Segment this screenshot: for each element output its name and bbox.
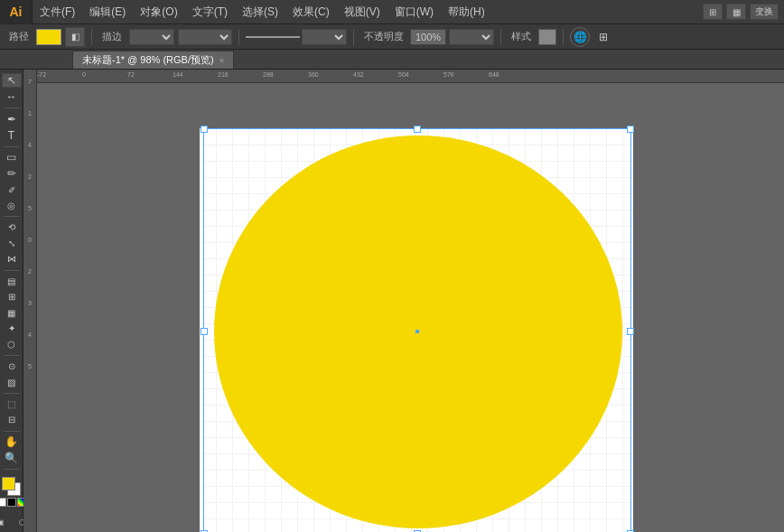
fill-icon[interactable]: ◧ <box>65 27 85 47</box>
menu-edit[interactable]: 编辑(E) <box>82 0 133 23</box>
symbol-sprayer-tool[interactable]: ⊙ <box>2 359 22 374</box>
opacity-input[interactable] <box>410 29 446 45</box>
options-toolbar: 路径 ◧ 描边 不透明度 样式 🌐 ⊞ <box>0 24 784 50</box>
sep2 <box>238 29 239 45</box>
paintbrush-tool[interactable]: ✏ <box>2 166 22 181</box>
rotate-tool[interactable]: ⟲ <box>2 220 22 235</box>
hruler-inner: -72 0 72 144 216 288 360 432 504 576 648 <box>37 70 784 82</box>
artboard-tool[interactable]: ⬚ <box>2 397 22 412</box>
handle-top-right[interactable] <box>627 126 634 133</box>
menu-object[interactable]: 对象(O) <box>133 0 184 23</box>
left-toolbar: ↖ ↔ ✒ T ▭ ✏ ✐ ◎ ⟲ ⤡ ⋈ ▤ ⊞ ▦ ✦ ⬡ ⊙ ▨ ⬚ ⊟ … <box>0 70 23 532</box>
stroke-dropdown[interactable] <box>129 29 174 45</box>
pen-tool[interactable]: ✒ <box>2 112 22 126</box>
canvas-area[interactable] <box>37 83 784 532</box>
options-btn[interactable]: ⊞ <box>593 27 613 47</box>
workspace-btn[interactable]: ⊞ <box>703 4 723 20</box>
web-icon[interactable]: 🌐 <box>570 27 590 47</box>
tool-sep-6 <box>4 393 20 394</box>
hruler-tick-2: 72 <box>127 71 135 78</box>
tab-title: 未标题-1* @ 98% (RGB/预览) <box>82 53 214 67</box>
hruler-tick-1: 0 <box>82 71 86 78</box>
vruler-tick-0: 7 <box>23 79 36 85</box>
artboard[interactable] <box>200 128 633 532</box>
tool-sep-3 <box>4 216 20 217</box>
stroke-width-dropdown[interactable] <box>178 29 232 45</box>
path-label: 路径 <box>5 30 33 43</box>
hruler-tick-4: 216 <box>218 71 229 78</box>
style-label: 样式 <box>508 30 535 43</box>
vruler-tick-7: 3 <box>23 300 36 306</box>
opacity-mode-dropdown[interactable] <box>449 29 494 45</box>
hruler-tick-9: 576 <box>443 71 454 78</box>
vruler-tick-6: 2 <box>23 268 36 275</box>
fill-swatch[interactable] <box>36 29 61 45</box>
handle-middle-right[interactable] <box>627 328 634 335</box>
hruler-tick-5: 288 <box>263 71 274 78</box>
mesh-tool[interactable]: ⊞ <box>2 290 22 304</box>
small-swatch-row <box>0 498 26 507</box>
color-swatch-area <box>2 477 22 494</box>
text-tool[interactable]: T <box>2 128 22 143</box>
stroke-style-area <box>246 29 347 45</box>
menu-help[interactable]: 帮助(H) <box>441 0 492 23</box>
foreground-color-swatch[interactable] <box>2 477 15 490</box>
hruler-tick-8: 504 <box>398 71 409 78</box>
vruler-tick-9: 5 <box>23 363 36 369</box>
black-swatch[interactable] <box>7 498 16 507</box>
gradient-tool[interactable]: ▦ <box>2 306 22 321</box>
blend-tool[interactable]: ⬡ <box>2 338 22 352</box>
handle-middle-left[interactable] <box>201 328 208 335</box>
arrange-btn[interactable]: ▦ <box>726 4 746 20</box>
left-panel: 7 1 4 2 5 0 2 3 4 5 <box>23 70 37 532</box>
active-tab[interactable]: 未标题-1* @ 98% (RGB/预览) × <box>72 51 234 69</box>
graph-tool[interactable]: ▤ <box>2 274 22 288</box>
warp-tool[interactable]: ⋈ <box>2 252 22 266</box>
rectangle-tool[interactable]: ▭ <box>2 150 22 164</box>
hand-tool[interactable]: ✋ <box>2 434 22 449</box>
zoom-tool[interactable]: 🔍 <box>2 451 22 465</box>
vruler-tick-5: 0 <box>23 237 36 243</box>
handle-top-left[interactable] <box>201 126 208 133</box>
none-swatch[interactable] <box>0 498 6 507</box>
menu-file[interactable]: 文件(F) <box>33 0 82 23</box>
menubar: Ai 文件(F) 编辑(E) 对象(O) 文字(T) 选择(S) 效果(C) 视… <box>0 0 784 24</box>
view-mode-btn[interactable]: ▣ <box>0 512 11 532</box>
tab-close-btn[interactable]: × <box>219 56 224 65</box>
sep5 <box>563 29 564 45</box>
tabbar: 未标题-1* @ 98% (RGB/预览) × <box>0 50 784 70</box>
hruler-tick-0: -72 <box>37 71 46 78</box>
tool-sep-8 <box>4 469 20 470</box>
tool-sep-1 <box>4 107 20 108</box>
menu-text[interactable]: 文字(T) <box>185 0 235 23</box>
eraser-tool[interactable]: ◎ <box>2 199 22 213</box>
pencil-tool[interactable]: ✐ <box>2 182 22 197</box>
slice-tool[interactable]: ⊟ <box>2 413 22 427</box>
hruler-tick-7: 432 <box>353 71 364 78</box>
hruler-tick-3: 144 <box>173 71 183 78</box>
vruler-tick-3: 2 <box>23 173 36 180</box>
vruler-tick-4: 5 <box>23 205 36 211</box>
scale-tool[interactable]: ⤡ <box>2 237 22 251</box>
tool-sep-2 <box>4 146 20 147</box>
menu-window[interactable]: 窗口(W) <box>387 0 441 23</box>
transform-menu-btn[interactable]: 变换 <box>750 4 779 20</box>
ai-logo-text: Ai <box>10 5 23 19</box>
hruler-tick-10: 648 <box>489 71 499 78</box>
handle-top-center[interactable] <box>414 126 421 133</box>
selection-tool[interactable]: ↖ <box>2 73 22 88</box>
sep1 <box>91 29 92 45</box>
column-graph-tool[interactable]: ▨ <box>2 375 22 389</box>
eyedropper-tool[interactable]: ✦ <box>2 322 22 336</box>
direct-selection-tool[interactable]: ↔ <box>2 89 22 104</box>
tool-sep-7 <box>4 431 20 432</box>
menu-items: 文件(F) 编辑(E) 对象(O) 文字(T) 选择(S) 效果(C) 视图(V… <box>33 0 492 23</box>
stroke-line-preview <box>246 36 300 38</box>
menu-view[interactable]: 视图(V) <box>337 0 387 23</box>
menu-effect[interactable]: 效果(C) <box>285 0 337 23</box>
canvas-container: -72 0 72 144 216 288 360 432 504 576 648 <box>37 70 784 532</box>
main-area: ↖ ↔ ✒ T ▭ ✏ ✐ ◎ ⟲ ⤡ ⋈ ▤ ⊞ ▦ ✦ ⬡ ⊙ ▨ ⬚ ⊟ … <box>0 70 784 532</box>
style-swatch[interactable] <box>538 29 556 45</box>
menu-select[interactable]: 选择(S) <box>235 0 285 23</box>
stroke-style-dropdown[interactable] <box>302 29 347 45</box>
